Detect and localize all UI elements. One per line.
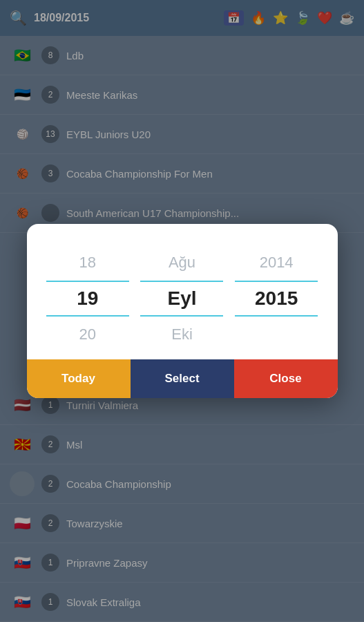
modal-overlay: 18 19 20 Ağu Eyl Eki 2014 2015 Today Sel… xyxy=(0,0,364,622)
day-selected[interactable]: 19 xyxy=(46,281,129,317)
day-above: 18 xyxy=(46,245,129,281)
day-column: 18 19 20 xyxy=(46,245,129,352)
year-selected[interactable]: 2015 xyxy=(235,281,318,317)
date-picker-modal: 18 19 20 Ağu Eyl Eki 2014 2015 Today Sel… xyxy=(27,224,338,398)
month-below: Eki xyxy=(140,317,223,352)
picker-wheels: 18 19 20 Ağu Eyl Eki 2014 2015 xyxy=(27,238,338,359)
month-above: Ağu xyxy=(140,245,223,281)
month-column: Ağu Eyl Eki xyxy=(140,245,223,352)
year-column: 2014 2015 xyxy=(235,245,318,352)
today-button[interactable]: Today xyxy=(27,359,131,398)
year-below xyxy=(235,317,318,352)
close-button[interactable]: Close xyxy=(234,359,338,398)
day-below: 20 xyxy=(46,317,129,352)
year-above: 2014 xyxy=(235,245,318,281)
picker-buttons: Today Select Close xyxy=(27,359,338,398)
select-button[interactable]: Select xyxy=(131,359,234,398)
month-selected[interactable]: Eyl xyxy=(140,281,223,317)
